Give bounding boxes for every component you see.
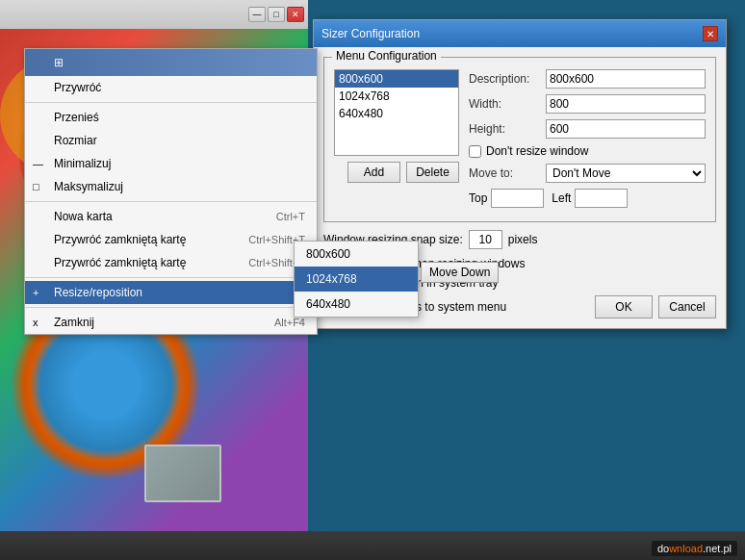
dialog-close-button[interactable]: ✕: [703, 26, 718, 41]
move-down-button[interactable]: Move Down: [421, 262, 499, 283]
menu-configuration-group: Menu Configuration 800x600 1024x768 640x…: [323, 57, 716, 222]
width-input[interactable]: [546, 94, 706, 114]
menu-item-przywroc[interactable]: Przywróć: [25, 76, 317, 99]
ok-cancel-buttons: OK Cancel: [595, 295, 716, 318]
config-content: 800x600 1024x768 640x480 Add Delete Desc…: [334, 69, 706, 212]
watermark-prefix: do: [657, 543, 669, 554]
menu-item-przenies-label: Przenieś: [54, 111, 99, 124]
list-item-1024x768[interactable]: 1024x768: [335, 88, 458, 105]
config-right: Description: Width: Height: Don't resize…: [469, 69, 706, 212]
menu-item-przywroc-zamknieta-2[interactable]: Przywróć zamkniętą kartę Ctrl+Shift+T: [25, 251, 317, 274]
description-label: Description:: [469, 72, 546, 86]
dialog-titlebar: Sizer Configuration ✕: [314, 20, 726, 47]
description-row: Description:: [469, 69, 706, 89]
watermark-suffix: .net.pl: [703, 543, 732, 554]
menu-item-nowa-karta-label: Nowa karta: [54, 210, 113, 223]
config-list: 800x600 1024x768 640x480 Add Delete: [334, 69, 459, 212]
browser-close-button[interactable]: ✕: [287, 7, 304, 22]
menu-item-przywroc-label: Przywróć: [54, 81, 101, 94]
menu-item-maksymalizuj-label: Maksymalizuj: [54, 180, 123, 193]
dont-resize-checkbox[interactable]: [469, 145, 481, 158]
list-buttons: Add Delete: [334, 162, 459, 183]
ok-button[interactable]: OK: [595, 295, 653, 318]
zamknij-label: Zamknij: [54, 316, 94, 329]
separator-2: [25, 201, 317, 202]
move-to-row: Move to: Don't Move Top Left Top Right B…: [469, 164, 706, 183]
add-button[interactable]: Add: [347, 162, 400, 183]
group-label: Menu Configuration: [332, 49, 441, 63]
menu-item-zamknij[interactable]: x Zamknij Alt+F4: [25, 311, 317, 334]
resize-submenu: 800x600 1024x768 640x480: [294, 241, 419, 318]
snap-size-unit: pixels: [508, 233, 538, 246]
top-left-row: Top Left: [469, 189, 706, 208]
menu-item-resize-reposition[interactable]: + Resize/reposition ▶: [25, 281, 317, 304]
zamknij-icon: x: [33, 317, 39, 328]
top-label: Top: [469, 191, 487, 205]
watermark: download.net.pl: [652, 541, 737, 556]
description-input[interactable]: [546, 69, 706, 89]
przywroc-2-label: Przywróć zamkniętą kartę: [54, 256, 186, 269]
left-item: Left: [552, 189, 628, 208]
menu-item-nowa-karta[interactable]: Nowa karta Ctrl+T: [25, 205, 317, 228]
height-row: Height:: [469, 119, 706, 139]
top-input[interactable]: [491, 189, 544, 208]
submenu-item-1024x768[interactable]: 1024x768: [295, 267, 418, 292]
nowa-karta-shortcut: Ctrl+T: [276, 211, 305, 222]
width-label: Width:: [469, 97, 546, 111]
menu-item-przywroc-zamknieta-1[interactable]: Przywróć zamkniętą kartę Ctrl+Shift+T: [25, 228, 317, 251]
list-item-640x480[interactable]: 640x480: [335, 105, 458, 122]
menu-header-icon: ⊞: [54, 56, 64, 69]
menu-item-maksymalizuj[interactable]: □ Maksymalizuj: [25, 175, 317, 198]
submenu-800x600-label: 800x600: [306, 247, 350, 261]
submenu-1024x768-label: 1024x768: [306, 272, 357, 286]
maksymalizuj-icon: □: [33, 181, 39, 192]
watermark-highlight: wnload: [669, 543, 703, 554]
delete-button[interactable]: Delete: [406, 162, 459, 183]
snap-size-input[interactable]: [469, 230, 502, 249]
cancel-button[interactable]: Cancel: [658, 295, 716, 318]
separator-1: [25, 102, 317, 103]
separator-3: [25, 277, 317, 278]
minimalizuj-icon: —: [33, 158, 43, 169]
menu-item-przenies[interactable]: Przenieś: [25, 106, 317, 129]
browser-maximize-button[interactable]: □: [268, 7, 285, 22]
menu-item-rozmiar[interactable]: Rozmiar: [25, 129, 317, 152]
przywroc-1-label: Przywróć zamkniętą kartę: [54, 233, 186, 246]
submenu-640x480-label: 640x480: [306, 297, 350, 311]
height-label: Height:: [469, 122, 546, 136]
height-input[interactable]: [546, 119, 706, 139]
taskbar: [0, 531, 745, 560]
menu-header: ⊞: [25, 49, 317, 76]
zamknij-shortcut: Alt+F4: [274, 317, 305, 328]
list-item-800x600[interactable]: 800x600: [335, 70, 458, 88]
browser-titlebar: — □ ✕: [0, 0, 308, 29]
submenu-item-800x600[interactable]: 800x600: [295, 242, 418, 267]
dialog-title: Sizer Configuration: [321, 27, 420, 40]
move-to-label: Move to:: [469, 166, 546, 180]
dont-resize-label: Don't resize window: [486, 144, 588, 158]
left-input[interactable]: [575, 189, 628, 208]
left-label: Left: [552, 191, 571, 205]
context-menu: ⊞ Przywróć Przenieś Rozmiar — Minimalizu…: [24, 48, 318, 335]
menu-item-minimalizuj[interactable]: — Minimalizuj: [25, 152, 317, 175]
menu-item-rozmiar-label: Rozmiar: [54, 134, 97, 147]
browser-minimize-button[interactable]: —: [248, 7, 266, 22]
resize-reposition-label: Resize/reposition: [54, 286, 142, 299]
submenu-item-640x480[interactable]: 640x480: [295, 292, 418, 317]
menu-item-minimalizuj-label: Minimalizuj: [54, 157, 111, 170]
resolution-listbox[interactable]: 800x600 1024x768 640x480: [334, 69, 459, 156]
resize-icon: +: [33, 287, 39, 298]
top-item: Top: [469, 189, 544, 208]
move-to-select[interactable]: Don't Move Top Left Top Right Bottom Lef…: [546, 164, 706, 183]
separator-4: [25, 307, 317, 308]
dont-resize-row: Don't resize window: [469, 144, 706, 158]
width-row: Width:: [469, 94, 706, 114]
